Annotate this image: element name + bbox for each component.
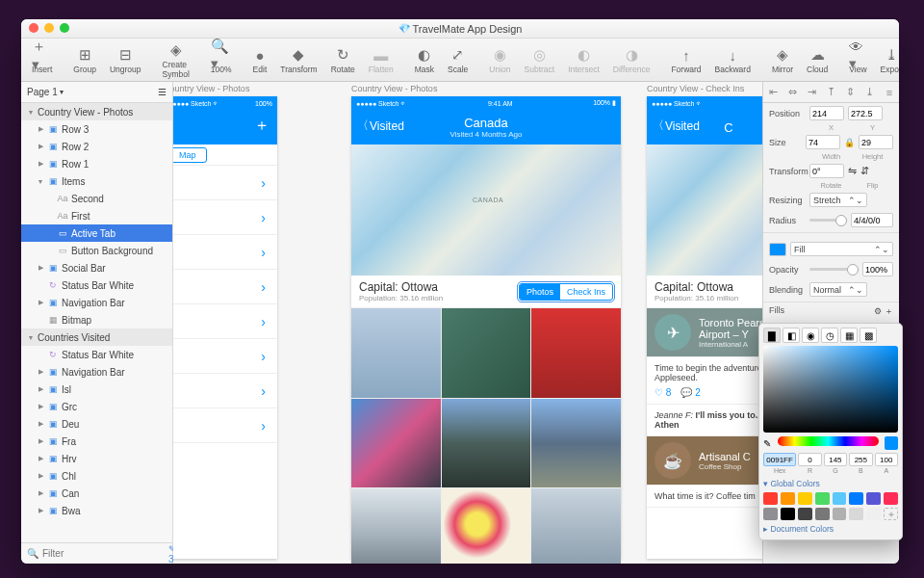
color-swatch[interactable] <box>781 492 795 505</box>
create-symbol-button[interactable]: ◈Create Symbol <box>158 39 194 82</box>
align-center-icon[interactable]: ⇔ <box>783 82 802 102</box>
color-swatch[interactable] <box>849 508 863 520</box>
view-button[interactable]: 👁▾View <box>844 39 871 82</box>
canvas[interactable]: Country View - Photos ●●●●● Sketch ᯤ100%… <box>173 82 762 564</box>
layer-row[interactable]: ▶▣Deu <box>21 415 172 433</box>
position-x-input[interactable] <box>809 106 844 120</box>
zoom-window-button[interactable] <box>60 23 69 33</box>
resizing-select[interactable]: Stretch⌃⌄ <box>809 193 867 207</box>
ungroup-button[interactable]: ⊟Ungroup <box>105 39 146 82</box>
r-input[interactable] <box>798 453 821 466</box>
style-swatch[interactable] <box>769 243 786 256</box>
zoom-dropdown[interactable]: 🔍▾100% <box>206 39 237 82</box>
solid-mode-button[interactable]: ▇ <box>763 328 781 343</box>
g-input[interactable] <box>824 453 847 466</box>
layer-row[interactable]: ▶▣Can <box>21 485 172 502</box>
layer-row[interactable]: ▶▣Hrv <box>21 450 172 467</box>
distribute-icon[interactable]: ≡ <box>880 82 899 102</box>
align-top-icon[interactable]: ⤒ <box>821 82 840 102</box>
layer-row[interactable]: ▶▣Bwa <box>21 502 172 519</box>
align-middle-icon[interactable]: ⇕ <box>841 82 860 102</box>
layer-row[interactable]: ↻Status Bar White <box>21 276 172 294</box>
fill-mode-select[interactable]: Fill⌃⌄ <box>790 242 893 256</box>
group-button[interactable]: ⊞Group <box>68 39 101 82</box>
mirror-button[interactable]: ◈Mirror <box>767 39 798 82</box>
align-right-icon[interactable]: ⇥ <box>802 82 821 102</box>
layer-row[interactable]: ↻Status Bar White <box>21 346 172 363</box>
layer-row[interactable]: ▶▣Row 1 <box>21 155 172 172</box>
position-y-input[interactable] <box>848 106 883 120</box>
scale-button[interactable]: ⤢Scale <box>443 39 473 82</box>
linear-gradient-button[interactable]: ◧ <box>783 328 800 343</box>
filter-input[interactable] <box>42 548 165 559</box>
noise-button[interactable]: ▩ <box>860 328 877 343</box>
width-input[interactable] <box>806 135 840 149</box>
layer-row[interactable]: ▦Bitmap <box>21 311 172 328</box>
transform-button[interactable]: ◆Transform <box>275 39 321 82</box>
artboard-header[interactable]: ▼Countries Visited <box>21 328 172 346</box>
color-swatch[interactable] <box>833 492 847 505</box>
pattern-button[interactable]: ▦ <box>840 328 858 343</box>
radius-input[interactable] <box>851 213 893 227</box>
opacity-input[interactable] <box>862 262 893 276</box>
rotate-input[interactable] <box>809 164 844 178</box>
list-icon[interactable]: ☰ <box>158 87 167 97</box>
layer-row[interactable]: ▶▣Fra <box>21 433 172 450</box>
a-input[interactable] <box>875 453 898 466</box>
cloud-button[interactable]: ☁Cloud <box>802 39 833 82</box>
align-bottom-icon[interactable]: ⤓ <box>860 82 880 102</box>
layer-row[interactable]: ▶▣Social Bar <box>21 259 172 276</box>
lock-icon[interactable]: 🔒 <box>844 138 855 147</box>
hue-slider[interactable] <box>778 436 879 446</box>
document-colors-section[interactable]: ▸ Document Colors <box>763 522 898 536</box>
color-swatch[interactable] <box>849 492 863 505</box>
color-swatch[interactable] <box>884 492 898 505</box>
layer-row[interactable]: AaFirst <box>21 207 172 224</box>
export-button[interactable]: ⤓Export <box>876 39 899 82</box>
insert-button[interactable]: ＋▾Insert <box>27 39 57 82</box>
color-swatch[interactable] <box>866 508 881 520</box>
eyedropper-icon[interactable]: ✎ <box>763 438 771 449</box>
minimize-window-button[interactable] <box>44 23 54 33</box>
backward-button[interactable]: ↓Backward <box>710 39 756 82</box>
layer-row[interactable]: ▶▣Row 3 <box>21 120 172 138</box>
layer-row[interactable]: ▶▣Isl <box>21 381 172 398</box>
layer-row[interactable]: ▶▣Navigation Bar <box>21 363 172 381</box>
color-swatch[interactable] <box>763 492 778 505</box>
color-swatch[interactable] <box>833 508 847 520</box>
layer-row[interactable]: AaSecond <box>21 190 172 207</box>
color-swatch[interactable] <box>798 508 812 520</box>
color-swatch[interactable] <box>815 492 830 505</box>
color-swatch[interactable] <box>798 492 812 505</box>
align-left-icon[interactable]: ⇤ <box>763 82 783 102</box>
rotate-button[interactable]: ↻Rotate <box>326 39 360 82</box>
layer-row[interactable]: ▼▣Items <box>21 172 172 190</box>
b-input[interactable] <box>849 453 872 466</box>
edit-button[interactable]: ●Edit <box>248 39 272 82</box>
close-window-button[interactable] <box>29 23 38 33</box>
layer-row[interactable]: ▭Button Background <box>21 242 172 259</box>
opacity-slider[interactable] <box>809 268 859 271</box>
artboard-2[interactable]: Country View - Photos ●●●●● Sketch ᯤ9:41… <box>351 96 621 559</box>
height-input[interactable] <box>859 135 893 149</box>
artboard-header[interactable]: ▼Country View - Photos <box>21 103 172 120</box>
layer-row[interactable]: ▶▣Row 2 <box>21 138 172 155</box>
mask-button[interactable]: ◐Mask <box>410 39 439 82</box>
gear-icon[interactable]: ⚙ <box>874 306 882 316</box>
blending-select[interactable]: Normal⌃⌄ <box>809 282 867 297</box>
color-swatch[interactable] <box>781 508 795 520</box>
forward-button[interactable]: ↑Forward <box>666 39 706 82</box>
hex-input[interactable] <box>763 453 796 466</box>
angular-gradient-button[interactable]: ◷ <box>821 328 838 343</box>
artboard-1[interactable]: Country View - Photos ●●●●● Sketch ᯤ100%… <box>173 96 277 559</box>
layer-row[interactable]: ▶▣Chl <box>21 467 172 485</box>
color-swatch[interactable] <box>815 508 830 520</box>
color-swatch[interactable] <box>763 508 778 520</box>
flip-v-icon[interactable]: ⇵ <box>860 165 869 177</box>
global-colors-section[interactable]: ▾ Global Colors <box>763 477 898 490</box>
flip-h-icon[interactable]: ⇋ <box>848 165 857 177</box>
layer-row-selected[interactable]: ▭Active Tab <box>21 224 172 242</box>
plus-icon[interactable]: ＋ <box>885 306 893 316</box>
radial-gradient-button[interactable]: ◉ <box>802 328 819 343</box>
radius-slider[interactable] <box>809 219 847 222</box>
